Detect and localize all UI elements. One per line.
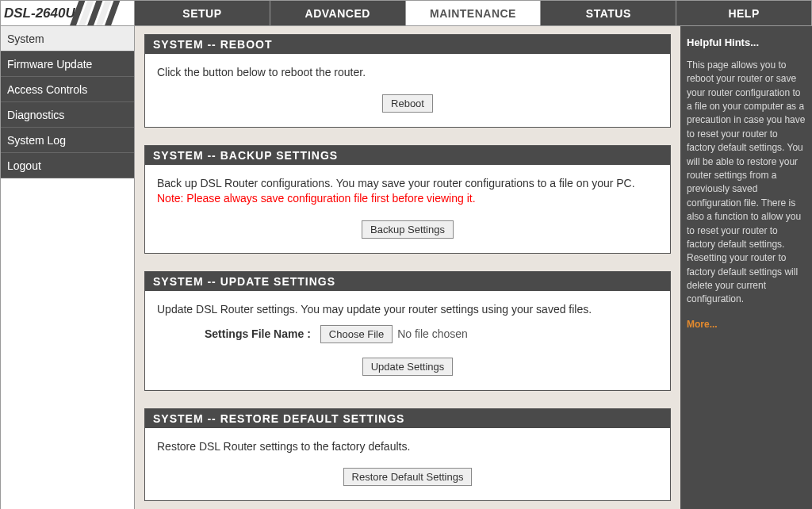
tab-advanced[interactable]: ADVANCED [270, 0, 406, 26]
sidebar-item-label: System [7, 33, 44, 45]
tab-maintenance[interactable]: MAINTENANCE [406, 0, 542, 26]
tab-status[interactable]: STATUS [541, 0, 676, 26]
update-settings-button[interactable]: Update Settings [362, 358, 454, 376]
panel-reboot: SYSTEM -- REBOOT Click the button below … [144, 34, 671, 128]
sidebar-item-system-log[interactable]: System Log [1, 128, 134, 153]
panel-description: Click the button below to reboot the rou… [157, 65, 658, 80]
panel-header: SYSTEM -- UPDATE SETTINGS [145, 272, 670, 291]
sidebar-item-label: Access Controls [7, 83, 87, 96]
panel-description: Restore DSL Router settings to the facto… [157, 439, 658, 454]
restore-default-button[interactable]: Restore Default Settings [343, 468, 473, 486]
logo-stripes [67, 0, 124, 26]
sidebar-item-logout[interactable]: Logout [1, 153, 134, 178]
panel-backup: SYSTEM -- BACKUP SETTINGS Back up DSL Ro… [144, 145, 671, 254]
help-sidebar: Helpful Hints... This page allows you to… [680, 26, 812, 509]
top-nav: SETUP ADVANCED MAINTENANCE STATUS HELP [135, 0, 812, 26]
panel-update: SYSTEM -- UPDATE SETTINGS Update DSL Rou… [144, 271, 671, 391]
product-model: DSL-2640U [4, 6, 75, 21]
help-more-link[interactable]: More... [687, 318, 806, 331]
sidebar-item-label: System Log [7, 134, 66, 147]
panel-restore: SYSTEM -- RESTORE DEFAULT SETTINGS Resto… [144, 408, 671, 502]
choose-file-button[interactable]: Choose File [320, 325, 393, 343]
panel-description: Back up DSL Router configurations. You m… [157, 177, 635, 189]
sidebar-item-diagnostics[interactable]: Diagnostics [1, 102, 134, 128]
tab-help[interactable]: HELP [676, 0, 812, 26]
panel-header: SYSTEM -- RESTORE DEFAULT SETTINGS [145, 409, 670, 428]
product-logo: DSL-2640U [0, 0, 135, 26]
sidebar-item-label: Firmware Update [7, 58, 92, 71]
tab-setup[interactable]: SETUP [135, 0, 270, 26]
sidebar-item-label: Logout [7, 159, 41, 172]
settings-file-label: Settings File Name : [205, 327, 311, 342]
file-status: No file chosen [397, 327, 468, 342]
panel-header: SYSTEM -- BACKUP SETTINGS [145, 146, 670, 165]
panel-description: Update DSL Router settings. You may upda… [157, 302, 658, 317]
sidebar-item-firmware-update[interactable]: Firmware Update [1, 52, 134, 77]
backup-note: Note: Please always save configuration f… [157, 192, 476, 205]
sidebar-item-access-controls[interactable]: Access Controls [1, 77, 134, 102]
content-area: SYSTEM -- REBOOT Click the button below … [135, 26, 680, 509]
reboot-button[interactable]: Reboot [382, 94, 433, 113]
help-title: Helpful Hints... [687, 36, 806, 51]
sidebar: System Firmware Update Access Controls D… [0, 26, 135, 509]
panel-header: SYSTEM -- REBOOT [145, 35, 670, 54]
sidebar-item-label: Diagnostics [7, 109, 64, 121]
help-body: This page allows you to reboot your rout… [687, 59, 806, 307]
sidebar-item-system[interactable]: System [1, 26, 134, 52]
backup-settings-button[interactable]: Backup Settings [362, 220, 454, 239]
